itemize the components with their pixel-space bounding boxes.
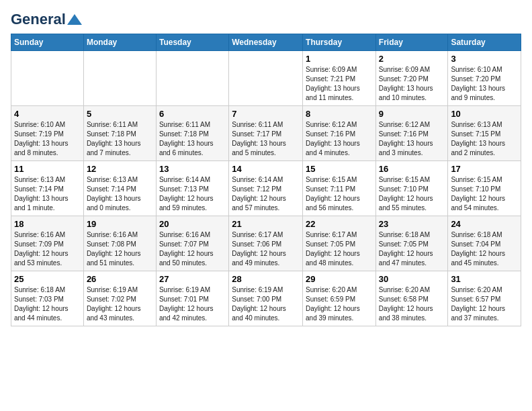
day-cell: 7Sunrise: 6:11 AM Sunset: 7:17 PM Daylig… [229,106,303,161]
day-cell: 17Sunrise: 6:15 AM Sunset: 7:10 PM Dayli… [448,161,521,216]
day-number: 22 [306,219,373,229]
day-info: Sunrise: 6:10 AM Sunset: 7:20 PM Dayligh… [451,65,518,103]
day-number: 21 [232,219,300,229]
day-cell: 23Sunrise: 6:18 AM Sunset: 7:05 PM Dayli… [375,216,448,271]
day-info: Sunrise: 6:20 AM Sunset: 6:58 PM Dayligh… [379,285,445,323]
day-info: Sunrise: 6:17 AM Sunset: 7:06 PM Dayligh… [232,230,300,268]
day-cell: 14Sunrise: 6:14 AM Sunset: 7:12 PM Dayli… [229,161,303,216]
day-cell: 16Sunrise: 6:15 AM Sunset: 7:10 PM Dayli… [375,161,448,216]
day-cell: 12Sunrise: 6:13 AM Sunset: 7:14 PM Dayli… [83,161,156,216]
day-cell: 20Sunrise: 6:16 AM Sunset: 7:07 PM Dayli… [156,216,228,271]
day-number: 25 [14,274,81,284]
day-cell: 11Sunrise: 6:13 AM Sunset: 7:14 PM Dayli… [11,161,84,216]
day-cell: 5Sunrise: 6:11 AM Sunset: 7:18 PM Daylig… [83,106,156,161]
day-number: 9 [379,109,445,119]
day-cell: 13Sunrise: 6:14 AM Sunset: 7:13 PM Dayli… [156,161,228,216]
col-header-monday: Monday [83,34,156,51]
day-cell: 15Sunrise: 6:15 AM Sunset: 7:11 PM Dayli… [303,161,376,216]
logo-general: General [11,11,66,28]
day-cell: 19Sunrise: 6:16 AM Sunset: 7:08 PM Dayli… [83,216,156,271]
logo: General [11,11,82,26]
col-header-thursday: Thursday [303,34,376,51]
day-cell: 4Sunrise: 6:10 AM Sunset: 7:19 PM Daylig… [11,106,84,161]
day-number: 5 [87,109,153,119]
day-number: 3 [451,54,518,64]
day-cell: 27Sunrise: 6:19 AM Sunset: 7:01 PM Dayli… [156,271,228,326]
day-cell: 25Sunrise: 6:18 AM Sunset: 7:03 PM Dayli… [11,271,84,326]
week-row-5: 25Sunrise: 6:18 AM Sunset: 7:03 PM Dayli… [11,271,521,326]
day-info: Sunrise: 6:16 AM Sunset: 7:08 PM Dayligh… [87,230,153,268]
day-info: Sunrise: 6:15 AM Sunset: 7:10 PM Dayligh… [451,175,518,213]
day-info: Sunrise: 6:09 AM Sunset: 7:20 PM Dayligh… [379,65,445,103]
day-number: 29 [306,274,373,284]
day-number: 19 [87,219,153,229]
day-cell: 29Sunrise: 6:20 AM Sunset: 6:59 PM Dayli… [303,271,376,326]
day-cell: 10Sunrise: 6:13 AM Sunset: 7:15 PM Dayli… [448,106,521,161]
day-info: Sunrise: 6:16 AM Sunset: 7:07 PM Dayligh… [159,230,226,268]
day-number: 1 [306,54,373,64]
day-info: Sunrise: 6:15 AM Sunset: 7:10 PM Dayligh… [379,175,445,213]
day-number: 27 [159,274,226,284]
day-info: Sunrise: 6:10 AM Sunset: 7:19 PM Dayligh… [14,120,81,158]
day-cell: 8Sunrise: 6:12 AM Sunset: 7:16 PM Daylig… [303,106,376,161]
svg-marker-0 [67,14,82,25]
day-cell [229,51,303,106]
day-cell: 28Sunrise: 6:19 AM Sunset: 7:00 PM Dayli… [229,271,303,326]
col-header-tuesday: Tuesday [156,34,228,51]
day-cell: 9Sunrise: 6:12 AM Sunset: 7:16 PM Daylig… [375,106,448,161]
col-header-saturday: Saturday [448,34,521,51]
day-info: Sunrise: 6:12 AM Sunset: 7:16 PM Dayligh… [379,120,445,158]
day-cell: 1Sunrise: 6:09 AM Sunset: 7:21 PM Daylig… [303,51,376,106]
day-info: Sunrise: 6:20 AM Sunset: 6:59 PM Dayligh… [306,285,373,323]
day-number: 15 [306,164,373,174]
day-cell: 24Sunrise: 6:18 AM Sunset: 7:04 PM Dayli… [448,216,521,271]
day-info: Sunrise: 6:20 AM Sunset: 6:57 PM Dayligh… [451,285,518,323]
logo-icon [67,14,82,25]
day-number: 17 [451,164,518,174]
day-number: 24 [451,219,518,229]
day-info: Sunrise: 6:15 AM Sunset: 7:11 PM Dayligh… [306,175,373,213]
week-row-3: 11Sunrise: 6:13 AM Sunset: 7:14 PM Dayli… [11,161,521,216]
day-number: 26 [87,274,153,284]
day-number: 4 [14,109,81,119]
week-row-4: 18Sunrise: 6:16 AM Sunset: 7:09 PM Dayli… [11,216,521,271]
day-number: 6 [159,109,226,119]
day-info: Sunrise: 6:13 AM Sunset: 7:14 PM Dayligh… [87,175,153,213]
col-header-friday: Friday [375,34,448,51]
day-number: 11 [14,164,81,174]
day-info: Sunrise: 6:09 AM Sunset: 7:21 PM Dayligh… [306,65,373,103]
day-info: Sunrise: 6:12 AM Sunset: 7:16 PM Dayligh… [306,120,373,158]
day-number: 14 [232,164,300,174]
day-info: Sunrise: 6:11 AM Sunset: 7:18 PM Dayligh… [159,120,226,158]
day-info: Sunrise: 6:17 AM Sunset: 7:05 PM Dayligh… [306,230,373,268]
day-number: 23 [379,219,445,229]
day-info: Sunrise: 6:18 AM Sunset: 7:03 PM Dayligh… [14,285,81,323]
day-number: 31 [451,274,518,284]
week-row-2: 4Sunrise: 6:10 AM Sunset: 7:19 PM Daylig… [11,106,521,161]
day-cell: 30Sunrise: 6:20 AM Sunset: 6:58 PM Dayli… [375,271,448,326]
day-info: Sunrise: 6:14 AM Sunset: 7:12 PM Dayligh… [232,175,300,213]
day-cell [156,51,228,106]
day-number: 8 [306,109,373,119]
day-number: 13 [159,164,226,174]
day-cell: 22Sunrise: 6:17 AM Sunset: 7:05 PM Dayli… [303,216,376,271]
day-cell: 3Sunrise: 6:10 AM Sunset: 7:20 PM Daylig… [448,51,521,106]
day-info: Sunrise: 6:18 AM Sunset: 7:04 PM Dayligh… [451,230,518,268]
col-header-wednesday: Wednesday [229,34,303,51]
day-cell: 21Sunrise: 6:17 AM Sunset: 7:06 PM Dayli… [229,216,303,271]
day-cell [11,51,84,106]
day-cell: 18Sunrise: 6:16 AM Sunset: 7:09 PM Dayli… [11,216,84,271]
day-info: Sunrise: 6:19 AM Sunset: 7:00 PM Dayligh… [232,285,300,323]
day-cell: 6Sunrise: 6:11 AM Sunset: 7:18 PM Daylig… [156,106,228,161]
day-number: 10 [451,109,518,119]
day-info: Sunrise: 6:13 AM Sunset: 7:14 PM Dayligh… [14,175,81,213]
day-number: 20 [159,219,226,229]
day-cell: 31Sunrise: 6:20 AM Sunset: 6:57 PM Dayli… [448,271,521,326]
day-number: 16 [379,164,445,174]
day-info: Sunrise: 6:13 AM Sunset: 7:15 PM Dayligh… [451,120,518,158]
day-number: 7 [232,109,300,119]
day-info: Sunrise: 6:14 AM Sunset: 7:13 PM Dayligh… [159,175,226,213]
day-info: Sunrise: 6:19 AM Sunset: 7:01 PM Dayligh… [159,285,226,323]
week-row-1: 1Sunrise: 6:09 AM Sunset: 7:21 PM Daylig… [11,51,521,106]
day-number: 18 [14,219,81,229]
